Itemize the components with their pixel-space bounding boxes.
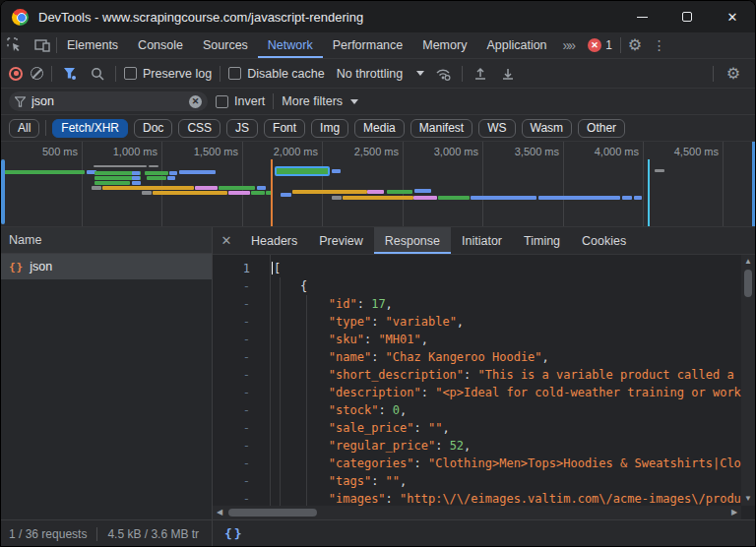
- disable-cache-checkbox[interactable]: [228, 67, 241, 80]
- network-conditions-icon: [435, 67, 452, 81]
- resource-type-filter-row: AllFetch/XHRDocCSSJSFontImgMediaManifest…: [1, 115, 755, 142]
- filter-input-container[interactable]: ✕: [9, 91, 208, 111]
- response-tab-cookies[interactable]: Cookies: [571, 227, 637, 254]
- devtools-tab-network[interactable]: Network: [258, 32, 323, 58]
- response-code-area[interactable]: 1[- {- "id": 17,- "type": "variable",- "…: [213, 255, 755, 519]
- minimize-icon: [637, 17, 648, 18]
- preserve-log-checkbox[interactable]: [124, 67, 137, 80]
- filter-chip-font[interactable]: Font: [264, 119, 305, 138]
- network-overview-bar: [257, 186, 266, 190]
- close-response-panel-button[interactable]: ✕: [213, 233, 240, 248]
- response-tab-timing[interactable]: Timing: [513, 227, 571, 254]
- network-overview-bar: [102, 186, 194, 190]
- response-tab-headers[interactable]: Headers: [240, 227, 308, 254]
- network-conditions-button[interactable]: [432, 59, 454, 88]
- overview-time-label: 4,000 ms: [595, 146, 639, 157]
- chevron-down-icon: [416, 71, 424, 76]
- network-overview-bar: [332, 196, 342, 200]
- code-text: "type": "variable",: [262, 313, 464, 331]
- response-tab-response[interactable]: Response: [374, 227, 451, 254]
- filter-chip-wasm[interactable]: Wasm: [522, 119, 573, 138]
- scroll-right-arrow[interactable]: ▶: [727, 506, 741, 519]
- download-icon: [501, 67, 515, 81]
- response-code-line: - "categories": "Clothing>Men>Tops>Hoodi…: [213, 455, 741, 472]
- upload-icon: [473, 67, 487, 81]
- devtools-tab-performance[interactable]: Performance: [323, 32, 413, 58]
- indent-guide: [306, 295, 307, 506]
- network-overview-bar: [655, 169, 664, 172]
- line-gutter: -: [213, 455, 262, 472]
- scroll-up-arrow[interactable]: ▲: [741, 255, 755, 269]
- response-tab-initiator[interactable]: Initiator: [451, 227, 513, 254]
- scroll-down-arrow[interactable]: ▼: [741, 492, 755, 506]
- invert-checkbox[interactable]: [216, 95, 228, 108]
- devtools-settings-button[interactable]: ⚙: [621, 32, 649, 58]
- devtools-tab-bar: ElementsConsoleSourcesNetworkPerformance…: [1, 32, 755, 59]
- horizontal-scroll-thumb[interactable]: [228, 509, 317, 517]
- json-braces-icon: {}: [9, 261, 24, 274]
- code-text: [: [262, 260, 281, 277]
- devtools-tab-application[interactable]: Application: [476, 32, 556, 58]
- search-icon: [91, 67, 104, 81]
- import-har-button[interactable]: [471, 59, 490, 88]
- request-row-json[interactable]: {} json: [1, 254, 212, 279]
- overview-time-label: 1,000 ms: [113, 146, 158, 157]
- maximize-button[interactable]: [664, 1, 710, 32]
- clear-filter-icon[interactable]: ✕: [189, 95, 202, 108]
- overview-right-handle[interactable]: [752, 142, 755, 226]
- name-column-header[interactable]: Name: [1, 227, 212, 254]
- filter-toggle-button[interactable]: [60, 59, 80, 88]
- funnel-icon: [63, 67, 77, 80]
- devtools-tab-elements[interactable]: Elements: [57, 32, 128, 58]
- horizontal-scrollbar[interactable]: ◀ ▶: [213, 506, 741, 519]
- filter-chip-other[interactable]: Other: [578, 119, 625, 138]
- filter-chip-ws[interactable]: WS: [478, 119, 515, 138]
- error-badge[interactable]: ✕ 1: [580, 38, 620, 52]
- filter-input[interactable]: [32, 94, 169, 108]
- minimize-button[interactable]: [619, 1, 664, 32]
- format-json-button[interactable]: {}: [213, 520, 256, 547]
- vertical-scroll-thumb[interactable]: [744, 270, 752, 297]
- export-har-button[interactable]: [498, 59, 518, 88]
- filter-chip-css[interactable]: CSS: [178, 119, 220, 138]
- device-toolbar-button[interactable]: [29, 32, 56, 58]
- error-icon: ✕: [588, 38, 601, 52]
- line-gutter: 1: [213, 260, 262, 277]
- disable-cache-label: Disable cache: [247, 67, 325, 81]
- devtools-tab-memory[interactable]: Memory: [412, 32, 476, 58]
- filter-chip-all[interactable]: All: [9, 119, 39, 138]
- scroll-left-arrow[interactable]: ◀: [213, 506, 226, 519]
- inspect-element-button[interactable]: [1, 32, 29, 58]
- devtools-tab-console[interactable]: Console: [128, 32, 193, 58]
- clear-network-log-button[interactable]: [31, 67, 43, 80]
- filter-chip-doc[interactable]: Doc: [134, 119, 172, 138]
- overview-left-handle[interactable]: [1, 159, 5, 224]
- vertical-scrollbar[interactable]: ▲ ▼: [741, 255, 755, 506]
- filter-chip-img[interactable]: Img: [311, 119, 348, 138]
- filter-chip-media[interactable]: Media: [354, 119, 405, 138]
- network-overview-bar: [343, 196, 413, 200]
- disable-cache-toggle[interactable]: Disable cache: [228, 67, 325, 81]
- filter-chip-fetch-xhr[interactable]: Fetch/XHR: [52, 119, 128, 138]
- devtools-tab-sources[interactable]: Sources: [193, 32, 258, 58]
- network-settings-button[interactable]: ⚙: [720, 66, 747, 82]
- throttling-value: No throttling: [337, 67, 403, 81]
- throttling-select[interactable]: No throttling: [337, 67, 424, 81]
- more-panels-button[interactable]: »»: [557, 37, 581, 53]
- record-network-log-button[interactable]: [9, 67, 23, 81]
- filter-chip-manifest[interactable]: Manifest: [410, 119, 472, 138]
- network-overview[interactable]: 500 ms1,000 ms1,500 ms2,000 ms2,500 ms3,…: [1, 142, 755, 227]
- device-toolbar-icon: [34, 38, 51, 52]
- preserve-log-toggle[interactable]: Preserve log: [124, 67, 212, 81]
- invert-toggle[interactable]: Invert: [216, 94, 265, 108]
- response-tab-preview[interactable]: Preview: [308, 227, 373, 254]
- gear-icon: ⚙: [726, 66, 740, 82]
- response-panel: ✕ HeadersPreviewResponseInitiatorTimingC…: [213, 227, 755, 519]
- more-filters-dropdown[interactable]: More filters: [282, 94, 358, 108]
- devtools-menu-button[interactable]: ⋮: [649, 32, 670, 58]
- filter-chip-js[interactable]: JS: [226, 119, 258, 138]
- network-overview-bar: [281, 193, 291, 197]
- search-button[interactable]: [88, 59, 107, 88]
- close-button[interactable]: ✕: [710, 1, 755, 32]
- line-gutter: -: [213, 472, 262, 490]
